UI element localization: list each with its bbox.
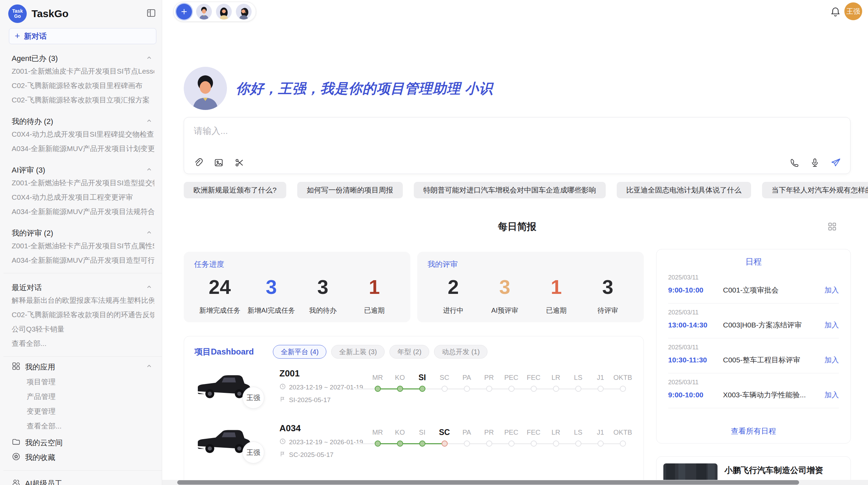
- send-icon[interactable]: [830, 157, 841, 168]
- suggestion-chips: 欧洲新规最近颁布了什么? 如何写一份清晰的项目周报 特朗普可能对进口汽车增税会对…: [184, 182, 851, 198]
- stat: 3 待评审: [582, 276, 634, 315]
- schedule-title: 日程: [656, 256, 851, 267]
- app-item[interactable]: 变更管理: [12, 404, 154, 419]
- app-item[interactable]: 产品管理: [12, 389, 154, 404]
- schedule-name: C003|H0B-方案冻结评审: [723, 320, 824, 330]
- milestone-dot: [508, 440, 515, 447]
- ai-employee-item[interactable]: AI超级员工: [12, 476, 154, 485]
- suggestion-chip[interactable]: 比亚迪全固态电池计划具体说了什么: [617, 182, 751, 198]
- stat: 3 新增AI完成任务: [245, 276, 297, 315]
- milestone-dot: [575, 386, 581, 392]
- recent-conversation-item[interactable]: C02-飞腾新能源轻客改款项目的闭环通告反馈情况: [12, 308, 154, 322]
- conversation-item[interactable]: C02-飞腾新能源轻客改款项目立项汇报方案: [12, 93, 154, 107]
- view-all-schedule-link[interactable]: 查看所有日程: [656, 421, 851, 438]
- session-avatar-3[interactable]: [236, 4, 252, 20]
- join-link[interactable]: 加入: [824, 285, 839, 295]
- notification-bell-icon[interactable]: [830, 6, 841, 19]
- project-row[interactable]: 王强 Z001: [194, 368, 633, 402]
- chevron-up-icon: [145, 283, 153, 292]
- stat-value: 3: [582, 276, 634, 298]
- my-favorites-label: 我的收藏: [25, 452, 55, 463]
- session-avatar-1[interactable]: [196, 4, 212, 20]
- milestone-dot: [442, 440, 448, 447]
- chat-input[interactable]: [193, 124, 841, 157]
- section-title: 我的评审 (2): [12, 228, 53, 238]
- conversation-item[interactable]: A034-全新新能源MUV产品开发项目造型可行性评审: [12, 253, 154, 268]
- microphone-icon[interactable]: [810, 158, 820, 168]
- section-header[interactable]: AI评审 (3): [12, 165, 154, 176]
- schedule-date: 2025/03/11: [668, 274, 839, 281]
- join-link[interactable]: 加入: [824, 390, 839, 400]
- milestone-label: KO: [395, 426, 405, 438]
- section-header[interactable]: 我的待办 (2): [12, 116, 154, 127]
- milestone-label: J1: [597, 372, 604, 383]
- conversation-item[interactable]: Z001-全新燃油皮卡产品开发项目SI节点Lesson Learn报告: [12, 64, 154, 78]
- suggestion-chip[interactable]: 当下年轻人对汽车外观有怎样的喜好趋势: [762, 182, 868, 198]
- dashboard-tab[interactable]: 全新上装 (3): [331, 345, 385, 359]
- project-flag: SI-2025-05-17: [289, 396, 330, 404]
- schedule-date: 2025/03/11: [668, 309, 839, 316]
- conversation-item[interactable]: C0X4-动力总成开发项目SI里程碑提交物检查: [12, 127, 154, 141]
- conversation-item[interactable]: C02-飞腾新能源轻客改款项目里程碑画布: [12, 78, 154, 93]
- conversation-item[interactable]: C0X4-动力总成开发项目工程变更评审: [12, 190, 154, 204]
- my-apps-header[interactable]: 我的应用: [12, 360, 154, 374]
- join-link[interactable]: 加入: [824, 320, 839, 330]
- my-cloud-label: 我的云空间: [25, 438, 63, 448]
- my-favorites-item[interactable]: 我的收藏: [12, 450, 154, 465]
- folder-icon: [12, 437, 21, 448]
- chevron-up-icon: [145, 362, 153, 372]
- attachment-icon[interactable]: [193, 158, 203, 168]
- project-row[interactable]: 王强 A034: [194, 422, 633, 457]
- stats-card-title: 我的评审: [427, 259, 634, 270]
- layout-grid-icon[interactable]: [828, 222, 837, 233]
- dashboard-tabs: 全新平台 (4) 全新上装 (3) 年型 (2) 动总开发 (1): [273, 345, 487, 359]
- new-chat-label: 新对话: [24, 31, 47, 41]
- image-icon[interactable]: [214, 158, 224, 168]
- milestone-dot: [419, 386, 425, 392]
- user-avatar[interactable]: 王强: [844, 2, 862, 20]
- milestone-label: PA: [462, 372, 471, 383]
- scrollbar-thumb[interactable]: [177, 480, 799, 485]
- collapse-sidebar-icon[interactable]: [146, 8, 156, 20]
- dashboard-tab[interactable]: 年型 (2): [389, 345, 429, 359]
- my-cloud-item[interactable]: 我的云空间: [12, 435, 154, 450]
- logo-text-top: Task: [12, 9, 23, 14]
- milestone-label: FEC: [527, 426, 541, 438]
- dashboard-tab[interactable]: 全新平台 (4): [273, 345, 326, 359]
- recent-conversation-item[interactable]: 解释最新出台的欧盟报废车法规再生塑料比例被调至15%...: [12, 293, 154, 308]
- suggestion-chip[interactable]: 欧洲新规最近颁布了什么?: [184, 182, 286, 198]
- milestone-label: PR: [484, 372, 494, 383]
- section-title: Agent已办 (3): [12, 53, 58, 64]
- project-car-image: 王强: [194, 422, 253, 457]
- dashboard-tab[interactable]: 动总开发 (1): [434, 345, 487, 359]
- join-link[interactable]: 加入: [824, 355, 839, 365]
- milestone-dot: [464, 386, 470, 392]
- section-header[interactable]: Agent已办 (3): [12, 53, 154, 64]
- milestone-dot: [397, 386, 403, 392]
- milestone-label: LR: [552, 426, 560, 438]
- section-header[interactable]: 我的评审 (2): [12, 228, 154, 239]
- new-chat-button[interactable]: + 新对话: [9, 28, 156, 44]
- milestone-dot: [620, 386, 626, 392]
- suggestion-chip[interactable]: 如何写一份清晰的项目周报: [297, 182, 403, 198]
- conversation-item[interactable]: Z001-全新燃油轻卡产品开发项目SI节点属性5D文件评审: [12, 239, 154, 253]
- session-avatar-2[interactable]: [216, 4, 232, 20]
- stat-label: AI预评审: [479, 306, 530, 315]
- scissors-icon[interactable]: [234, 158, 244, 168]
- stat-value: 24: [194, 276, 245, 298]
- milestone-dot: [486, 386, 492, 392]
- schedule-date: 2025/03/11: [668, 379, 839, 386]
- greeting: 你好，王强，我是你的项目管理助理 小识: [184, 67, 851, 110]
- suggestion-chip[interactable]: 特朗普可能对进口汽车增税会对中国车企造成哪些影响: [414, 182, 606, 198]
- phone-icon[interactable]: [789, 158, 799, 168]
- recent-header[interactable]: 最近对话: [12, 282, 154, 293]
- app-item[interactable]: 查看全部...: [12, 419, 154, 433]
- add-session-button[interactable]: [176, 4, 192, 20]
- conversation-item[interactable]: A034-全新新能源MUV产品开发项目法规符合性评审: [12, 204, 154, 219]
- briefing-title: 每日简报: [184, 220, 851, 233]
- conversation-item[interactable]: Z001-全新燃油轻卡产品开发项目SI造型提交物评审: [12, 176, 154, 190]
- conversation-item[interactable]: A034-全新新能源MUV产品开发项目计划变更表编写: [12, 141, 154, 156]
- recent-conversation-item[interactable]: 公司Q3轻卡销量: [12, 322, 154, 336]
- app-item[interactable]: 项目管理: [12, 374, 154, 389]
- recent-conversation-item[interactable]: 查看全部...: [12, 336, 154, 351]
